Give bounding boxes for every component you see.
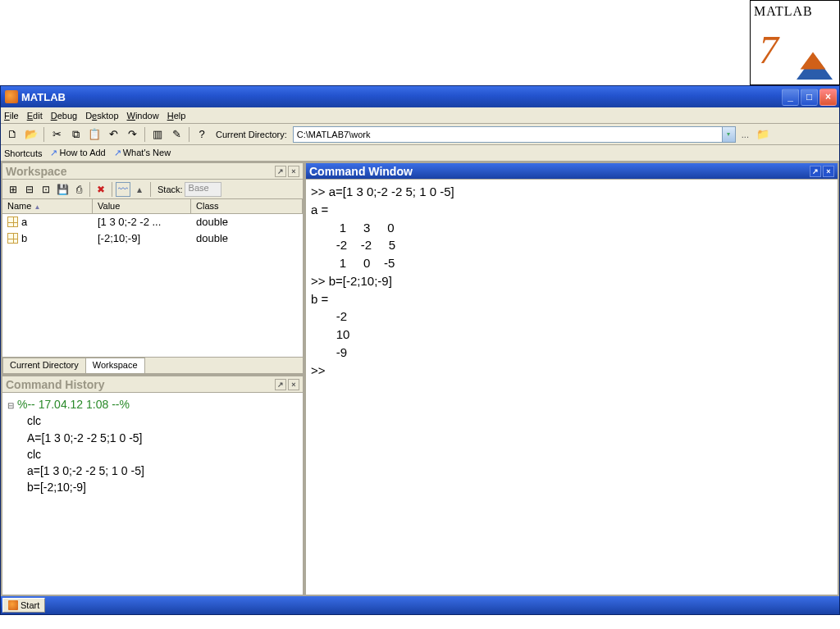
app-icon <box>5 90 18 103</box>
menu-debug[interactable]: Debug <box>51 111 77 121</box>
copy-icon[interactable]: ⧉ <box>67 126 84 143</box>
start-button[interactable]: Start <box>2 598 45 613</box>
cmd-prompt[interactable]: >> <box>311 362 833 380</box>
matlab-l-icon <box>797 55 833 80</box>
save-ws-icon[interactable]: 💾 <box>55 182 70 197</box>
matlab-logo-box: MATLAB 7 <box>750 0 840 85</box>
history-body[interactable]: ⊟%-- 17.04.12 1:08 --% clc A=[1 3 0;-2 -… <box>2 393 303 595</box>
table-row[interactable]: a [1 3 0;-2 -2 ... double <box>2 214 303 230</box>
var-class: double <box>191 230 303 247</box>
start-bar: Start <box>1 596 839 614</box>
command-window-panel: Command Window ↗ × >> a=[1 3 0;-2 -2 5; … <box>305 162 838 595</box>
cmd-line: a = <box>311 201 833 219</box>
open-file-icon[interactable]: 📂 <box>23 126 39 143</box>
separator <box>144 127 145 142</box>
start-label: Start <box>21 600 39 610</box>
var-class: double <box>191 214 303 230</box>
maximize-button[interactable]: □ <box>801 89 818 106</box>
cmd-line: 1 3 0 <box>311 219 833 237</box>
delete-var-icon[interactable]: ✖ <box>94 182 108 197</box>
cmd-line: >> b=[-2;10;-9] <box>311 272 833 290</box>
command-window-body[interactable]: >> a=[1 3 0;-2 -2 5; 1 0 -5] a = 1 3 0 -… <box>306 180 838 595</box>
menubar: File Edit Debug Desktop Window Help <box>1 107 839 124</box>
command-history-panel: Command History ↗ × ⊟%-- 17.04.12 1:08 -… <box>2 376 304 595</box>
tab-workspace[interactable]: Workspace <box>85 358 145 373</box>
stack-select[interactable]: Base <box>185 182 221 197</box>
table-row[interactable]: b [-2;10;-9] double <box>2 230 303 247</box>
open-var-icon[interactable]: ⊟ <box>22 182 37 197</box>
cmd-line: b = <box>311 290 833 308</box>
guide-icon[interactable]: ✎ <box>168 126 185 143</box>
history-line[interactable]: a=[1 3 0;-2 -2 5; 1 0 -5] <box>7 463 298 479</box>
whats-new-link[interactable]: ↗What's New <box>114 148 171 158</box>
matlab-window: MATLAB _ □ × File Edit Debug Desktop Win… <box>0 85 840 615</box>
new-var-icon[interactable]: ⊞ <box>6 182 21 197</box>
simulink-icon[interactable]: ▥ <box>149 126 166 143</box>
col-name[interactable]: Name ▲ <box>2 199 93 213</box>
variable-icon <box>7 233 18 244</box>
undock-icon[interactable]: ↗ <box>275 166 286 177</box>
window-title: MATLAB <box>21 91 782 103</box>
menu-edit[interactable]: Edit <box>27 111 43 121</box>
separator <box>150 182 151 197</box>
variable-icon <box>7 217 18 227</box>
workspace-toolbar: ⊞ ⊟ ⊡ 💾 ⎙ ✖ 〰 Stack: Base <box>2 180 303 199</box>
stack-label: Stack: <box>158 185 183 194</box>
menu-file[interactable]: File <box>4 111 19 121</box>
workspace-table: Name ▲ Value Class a [1 3 0;-2 -2 ... do… <box>2 199 303 357</box>
cmd-line: 10 <box>311 326 833 344</box>
close-button[interactable]: × <box>819 89 837 106</box>
new-file-icon[interactable]: 🗋 <box>4 126 21 143</box>
col-class[interactable]: Class <box>191 199 303 213</box>
current-directory-label: Current Directory: <box>216 130 287 139</box>
history-line[interactable]: clc <box>7 412 298 429</box>
cmd-line: 1 0 -5 <box>311 254 833 272</box>
plot-dropdown-icon[interactable] <box>132 182 147 197</box>
command-window-title: Command Window <box>309 165 808 178</box>
history-timestamp: %-- 17.04.12 1:08 --% <box>17 398 130 411</box>
separator <box>89 182 90 197</box>
tab-current-directory[interactable]: Current Directory <box>2 358 86 373</box>
directory-dropdown-icon[interactable]: ▾ <box>722 127 735 142</box>
print-icon[interactable]: ⎙ <box>71 182 86 197</box>
redo-icon[interactable]: ↷ <box>124 126 140 143</box>
workspace-panel: Workspace ↗ × ⊞ ⊟ ⊡ 💾 ⎙ ✖ 〰 Stack: Base <box>2 162 304 374</box>
minimize-button[interactable]: _ <box>782 89 799 106</box>
shortcuts-label: Shortcuts <box>4 148 42 158</box>
workspace-tabs: Current Directory Workspace <box>2 357 303 373</box>
paste-icon[interactable]: 📋 <box>86 126 103 143</box>
titlebar[interactable]: MATLAB _ □ × <box>1 86 839 107</box>
workspace-header: Workspace ↗ × <box>2 163 303 180</box>
history-line[interactable]: A=[1 3 0;-2 -2 5;1 0 -5] <box>7 430 298 446</box>
logo-version: 7 <box>759 27 778 72</box>
var-name: a <box>21 216 27 228</box>
menu-help[interactable]: Help <box>167 111 186 121</box>
plot-icon[interactable]: 〰 <box>116 182 130 197</box>
how-to-add-link[interactable]: ↗How to Add <box>50 148 105 158</box>
separator <box>43 127 44 142</box>
command-window-header: Command Window ↗ × <box>306 163 838 180</box>
menu-window[interactable]: Window <box>127 111 159 121</box>
close-panel-icon[interactable]: × <box>288 166 299 177</box>
close-panel-icon[interactable]: × <box>823 166 834 177</box>
import-icon[interactable]: ⊡ <box>39 182 53 197</box>
undock-icon[interactable]: ↗ <box>810 166 821 177</box>
current-directory-input[interactable] <box>293 126 736 143</box>
start-icon <box>8 600 18 610</box>
menu-desktop[interactable]: Desktop <box>85 111 118 121</box>
cmd-line: -2 -2 5 <box>311 236 833 254</box>
logo-brand: MATLAB <box>754 4 836 19</box>
history-line[interactable]: clc <box>7 446 298 463</box>
history-line[interactable]: b=[-2;10;-9] <box>7 479 298 495</box>
undo-icon[interactable]: ↶ <box>105 126 121 143</box>
separator <box>189 127 189 142</box>
col-value[interactable]: Value <box>93 199 191 213</box>
close-panel-icon[interactable]: × <box>288 379 299 390</box>
folder-up-icon[interactable]: 📁 <box>755 126 771 143</box>
var-value: [1 3 0;-2 -2 ... <box>93 214 191 230</box>
undock-icon[interactable]: ↗ <box>275 379 286 390</box>
help-icon[interactable]: ? <box>194 126 210 143</box>
workspace-title: Workspace <box>6 165 273 178</box>
browse-button[interactable]: ... <box>742 130 749 139</box>
cut-icon[interactable]: ✂ <box>48 126 65 143</box>
